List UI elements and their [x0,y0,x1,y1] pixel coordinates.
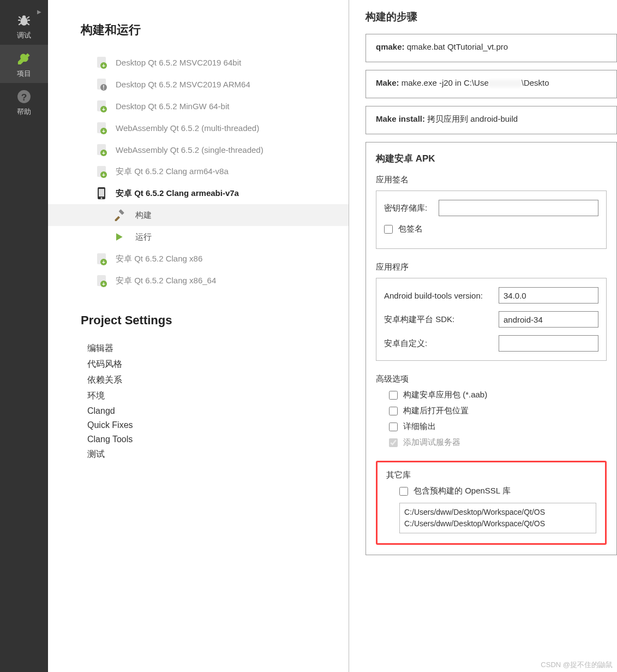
signing-label: 应用签名 [376,175,607,185]
kit-label: Desktop Qt 6.5.2 MSVC2019 64bit [116,58,241,67]
project-settings-list: 编辑器 代码风格 依赖关系 环境 Clangd Quick Fixes Clan… [87,341,349,462]
android-apk-title: 构建安卓 APK [376,152,607,165]
kit-label: 安卓 Qt 6.5.2 Clang armeabi-v7a [116,188,239,199]
lib-path: C:/Users/dww/Desktop/Workspace/Qt/OS [404,507,591,518]
step-make-label: Make: [376,78,399,87]
lib-path: C:/Users/dww/Desktop/Workspace/Qt/OS [404,518,591,530]
kit-label: Desktop Qt 6.5.2 MinGW 64-bit [116,102,229,111]
keystore-input[interactable] [439,200,598,216]
svg-text:+: + [102,128,105,134]
kit-label: 安卓 Qt 6.5.2 Clang arm64-v8a [116,166,229,177]
svg-point-30 [101,198,103,199]
app-label: 应用程序 [376,262,607,272]
debug-server-label: 添加调试服务器 [403,437,460,448]
other-libs-label: 其它库 [386,470,596,480]
verbose-checkbox[interactable] [389,423,398,431]
right-panel: 构建的步骤 qmake: qmake.bat QtTutorial_vt.pro… [349,0,617,672]
step-make-value-before: make.exe -j20 in C:\Use [402,78,489,87]
kit-item[interactable]: + 安卓 Qt 6.5.2 Clang x86 [48,248,349,270]
add-kit-icon: + [94,121,109,134]
custom-label: 安卓自定义: [384,338,493,349]
kit-label: 安卓 Qt 6.5.2 Clang x86_64 [116,276,216,286]
aab-label: 构建安卓应用包 (*.aab) [403,390,487,400]
step-make-install-label: Make install: [376,114,425,123]
step-make-install[interactable]: Make install: 拷贝应用到 android-build [366,106,617,134]
kit-list: + Desktop Qt 6.5.2 MSVC2019 64bit ! Desk… [48,51,349,292]
ps-item[interactable]: 环境 [87,388,349,404]
kit-item[interactable]: + 安卓 Qt 6.5.2 Clang x86_64 [48,270,349,292]
svg-rect-31 [118,209,124,215]
kit-item[interactable]: + 安卓 Qt 6.5.2 Clang arm64-v8a [48,160,349,182]
step-qmake[interactable]: qmake: qmake.bat QtTutorial_vt.pro [366,34,617,62]
open-after-label: 构建后打开包位置 [403,406,469,416]
build-steps-title: 构建的步骤 [366,10,617,24]
redacted-blur [489,80,522,87]
svg-line-6 [19,23,21,25]
kit-label: Desktop Qt 6.5.2 MSVC2019 ARM64 [116,80,250,89]
sidebar-debug[interactable]: ▶ 调试 [0,7,48,45]
kit-sub-run[interactable]: 运行 [48,226,349,248]
buildtools-label: Android build-tools version: [384,291,493,300]
app-fieldset: Android build-tools version: 34.0.0 安卓构建… [376,278,607,361]
sdk-value: android-34 [504,315,543,324]
other-libs-highlight: 其它库 包含预构建的 OpenSSL 库 C:/Users/dww/Deskto… [376,461,607,545]
svg-line-7 [27,23,29,25]
svg-text:!: ! [103,85,104,91]
kit-item[interactable]: + Desktop Qt 6.5.2 MinGW 64-bit [48,95,349,117]
sign-package-checkbox[interactable] [384,225,393,234]
sidebar-project[interactable]: 项目 [0,45,48,83]
add-kit-icon: + [94,252,109,265]
kit-item[interactable]: + WebAssembly Qt 6.5.2 (multi-threaded) [48,117,349,139]
step-qmake-label: qmake: [376,42,405,51]
buildtools-combo[interactable]: 34.0.0 [499,287,598,304]
ps-item[interactable]: 依赖关系 [87,372,349,388]
aab-checkbox[interactable] [389,391,398,400]
openssl-checkbox[interactable] [399,487,408,496]
watermark: CSDN @捉不住的鼬鼠 [541,660,613,670]
openssl-label: 包含预构建的 OpenSSL 库 [414,486,511,496]
ps-item[interactable]: 编辑器 [87,341,349,356]
ps-item[interactable]: Clang Tools [87,432,349,447]
sidebar-help[interactable]: ? 帮助 [0,83,48,121]
svg-text:+: + [102,106,105,112]
ps-item[interactable]: 测试 [87,447,349,462]
ps-item[interactable]: Clangd [87,404,349,418]
bug-icon [16,12,32,28]
kit-label: WebAssembly Qt 6.5.2 (single-threaded) [116,145,263,154]
add-kit-icon: + [94,143,109,156]
kit-item[interactable]: + Desktop Qt 6.5.2 MSVC2019 64bit [48,51,349,73]
buildtools-value: 34.0.0 [504,291,526,300]
svg-line-4 [19,17,21,19]
add-kit-icon: + [94,99,109,112]
svg-text:+: + [102,172,105,178]
keystore-label: 密钥存储库: [384,203,433,213]
sdk-combo[interactable]: android-34 [499,311,598,328]
svg-text:?: ? [21,92,27,103]
signing-group: 应用签名 密钥存储库: 包签名 [376,175,607,249]
other-libs-paths[interactable]: C:/Users/dww/Desktop/Workspace/Qt/OS C:/… [399,503,596,533]
kit-sub-build[interactable]: 构建 [48,204,349,226]
kit-sub-build-label: 构建 [135,210,152,221]
kit-item[interactable]: + WebAssembly Qt 6.5.2 (single-threaded) [48,139,349,160]
app-group: 应用程序 Android build-tools version: 34.0.0… [376,262,607,361]
advanced-label: 高级选项 [376,374,607,384]
add-kit-icon: + [94,165,109,178]
mode-sidebar: ▶ 调试 项目 ? 帮助 [0,0,48,672]
sidebar-help-label: 帮助 [17,107,31,117]
step-make[interactable]: Make: make.exe -j20 in C:\Use\Deskto [366,70,617,98]
android-apk-group: 构建安卓 APK 应用签名 密钥存储库: 包签名 应用程序 Android bu… [366,142,617,555]
wrench-icon [17,50,31,67]
chevron-right-icon: ▶ [37,9,41,15]
custom-combo[interactable] [499,335,598,352]
svg-rect-29 [99,189,104,197]
kit-item-selected[interactable]: 安卓 Qt 6.5.2 Clang armeabi-v7a [48,182,349,204]
ps-item[interactable]: 代码风格 [87,356,349,372]
step-qmake-value: qmake.bat QtTutorial_vt.pro [407,42,508,51]
ps-item[interactable]: Quick Fixes [87,418,349,432]
kit-item[interactable]: ! Desktop Qt 6.5.2 MSVC2019 ARM64 [48,73,349,95]
project-settings-title: Project Settings [81,313,349,328]
build-run-title: 构建和运行 [81,22,349,38]
open-after-checkbox[interactable] [389,407,398,415]
phone-icon [94,187,109,200]
svg-point-1 [22,15,26,19]
